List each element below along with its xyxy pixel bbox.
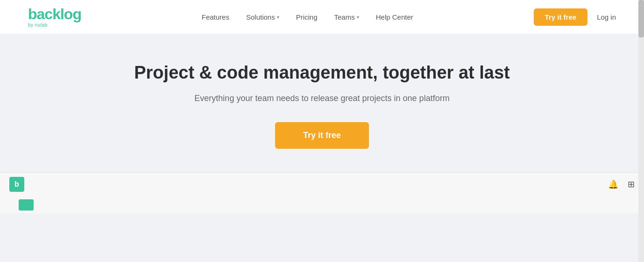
bottom-section bbox=[0, 196, 644, 213]
scrollbar[interactable] bbox=[638, 0, 644, 262]
nav-help-center[interactable]: Help Center bbox=[376, 13, 413, 21]
scrollbar-thumb[interactable] bbox=[638, 0, 644, 37]
nav-login-button[interactable]: Log in bbox=[597, 13, 616, 21]
app-bar-right: 🔔 ⊞ bbox=[608, 179, 635, 189]
logo[interactable]: backlog by nulab bbox=[28, 7, 81, 28]
hero-subtitle: Everything your team needs to release gr… bbox=[194, 94, 449, 103]
nav-try-button[interactable]: Try it free bbox=[534, 8, 588, 26]
hero-section: Project & code management, together at l… bbox=[0, 34, 644, 167]
nav-teams[interactable]: Teams ▾ bbox=[334, 13, 359, 21]
chevron-down-icon: ▾ bbox=[277, 15, 279, 20]
nav-actions: Try it free Log in bbox=[534, 8, 616, 26]
bell-icon[interactable]: 🔔 bbox=[608, 179, 618, 189]
logo-text: backlog bbox=[28, 7, 81, 22]
hero-cta-button[interactable]: Try it free bbox=[275, 122, 369, 149]
app-logo-icon: b bbox=[9, 177, 24, 192]
grid-icon[interactable]: ⊞ bbox=[628, 179, 635, 189]
chevron-down-icon: ▾ bbox=[357, 15, 359, 20]
nav-links: Features Solutions ▾ Pricing Teams ▾ Hel… bbox=[202, 13, 413, 21]
logo-byline: by nulab bbox=[28, 22, 48, 28]
app-bar-preview: b 🔔 ⊞ bbox=[0, 172, 644, 196]
nav-features[interactable]: Features bbox=[202, 13, 229, 21]
navbar: backlog by nulab Features Solutions ▾ Pr… bbox=[0, 0, 644, 34]
nav-solutions[interactable]: Solutions ▾ bbox=[246, 13, 279, 21]
hero-title: Project & code management, together at l… bbox=[134, 62, 510, 84]
nav-pricing[interactable]: Pricing bbox=[296, 13, 318, 21]
green-sidebar-bar bbox=[19, 199, 34, 211]
